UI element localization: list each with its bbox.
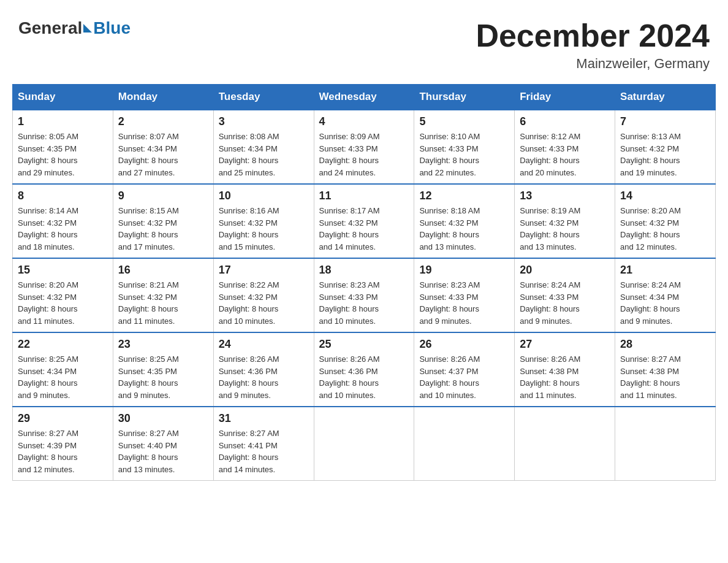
day-info: Sunrise: 8:16 AM Sunset: 4:32 PM Dayligh… — [219, 205, 309, 253]
day-number: 14 — [620, 190, 710, 202]
header-sunday: Sunday — [13, 85, 113, 110]
calendar-cell: 7 Sunrise: 8:13 AM Sunset: 4:32 PM Dayli… — [615, 110, 716, 184]
header-saturday: Saturday — [615, 85, 716, 110]
day-info: Sunrise: 8:22 AM Sunset: 4:32 PM Dayligh… — [219, 279, 309, 327]
day-number: 12 — [419, 190, 509, 202]
day-number: 19 — [419, 264, 509, 277]
day-number: 1 — [18, 115, 108, 128]
header-thursday: Thursday — [414, 85, 515, 110]
week-row-3: 15 Sunrise: 8:20 AM Sunset: 4:32 PM Dayl… — [13, 258, 716, 332]
calendar-cell: 1 Sunrise: 8:05 AM Sunset: 4:35 PM Dayli… — [13, 110, 113, 184]
day-number: 13 — [520, 190, 610, 202]
day-info: Sunrise: 8:08 AM Sunset: 4:34 PM Dayligh… — [219, 131, 309, 178]
calendar-cell: 23 Sunrise: 8:25 AM Sunset: 4:35 PM Dayl… — [113, 332, 213, 407]
day-number: 9 — [118, 190, 208, 202]
day-number: 26 — [419, 338, 509, 351]
day-number: 29 — [18, 412, 108, 425]
header-wednesday: Wednesday — [314, 85, 414, 110]
calendar-cell: 26 Sunrise: 8:26 AM Sunset: 4:37 PM Dayl… — [414, 332, 515, 407]
page-header: General Blue December 2024 Mainzweiler, … — [12, 12, 716, 72]
day-number: 25 — [319, 338, 409, 351]
day-number: 31 — [219, 412, 309, 425]
calendar-cell: 8 Sunrise: 8:14 AM Sunset: 4:32 PM Dayli… — [13, 184, 113, 258]
day-number: 11 — [319, 190, 409, 202]
day-info: Sunrise: 8:15 AM Sunset: 4:32 PM Dayligh… — [118, 205, 208, 253]
day-info: Sunrise: 8:23 AM Sunset: 4:33 PM Dayligh… — [419, 279, 509, 327]
day-number: 24 — [219, 338, 309, 351]
calendar-cell: 5 Sunrise: 8:10 AM Sunset: 4:33 PM Dayli… — [414, 110, 515, 184]
day-number: 6 — [520, 115, 610, 128]
calendar-cell — [314, 407, 414, 481]
day-info: Sunrise: 8:07 AM Sunset: 4:34 PM Dayligh… — [118, 131, 208, 178]
calendar-cell: 6 Sunrise: 8:12 AM Sunset: 4:33 PM Dayli… — [515, 110, 615, 184]
day-info: Sunrise: 8:14 AM Sunset: 4:32 PM Dayligh… — [18, 205, 108, 253]
day-number: 28 — [620, 338, 710, 351]
day-info: Sunrise: 8:10 AM Sunset: 4:33 PM Dayligh… — [419, 131, 509, 178]
calendar-cell: 21 Sunrise: 8:24 AM Sunset: 4:34 PM Dayl… — [615, 258, 716, 332]
day-info: Sunrise: 8:20 AM Sunset: 4:32 PM Dayligh… — [18, 279, 108, 327]
calendar-cell: 25 Sunrise: 8:26 AM Sunset: 4:36 PM Dayl… — [314, 332, 414, 407]
calendar-cell — [615, 407, 716, 481]
calendar-cell: 9 Sunrise: 8:15 AM Sunset: 4:32 PM Dayli… — [113, 184, 213, 258]
day-number: 8 — [18, 190, 108, 202]
day-number: 15 — [18, 264, 108, 277]
day-info: Sunrise: 8:26 AM Sunset: 4:38 PM Dayligh… — [520, 353, 610, 401]
calendar-cell: 16 Sunrise: 8:21 AM Sunset: 4:32 PM Dayl… — [113, 258, 213, 332]
calendar-cell: 30 Sunrise: 8:27 AM Sunset: 4:40 PM Dayl… — [113, 407, 213, 481]
day-info: Sunrise: 8:20 AM Sunset: 4:32 PM Dayligh… — [620, 205, 710, 253]
day-number: 30 — [118, 412, 208, 425]
day-info: Sunrise: 8:05 AM Sunset: 4:35 PM Dayligh… — [18, 131, 108, 178]
day-info: Sunrise: 8:09 AM Sunset: 4:33 PM Dayligh… — [319, 131, 409, 178]
day-info: Sunrise: 8:25 AM Sunset: 4:35 PM Dayligh… — [118, 353, 208, 401]
logo: General Blue — [18, 18, 131, 38]
calendar-cell: 24 Sunrise: 8:26 AM Sunset: 4:36 PM Dayl… — [213, 332, 314, 407]
day-number: 22 — [18, 338, 108, 351]
calendar-cell: 29 Sunrise: 8:27 AM Sunset: 4:39 PM Dayl… — [13, 407, 113, 481]
title-block: December 2024 Mainzweiler, Germany — [476, 18, 710, 72]
week-row-2: 8 Sunrise: 8:14 AM Sunset: 4:32 PM Dayli… — [13, 184, 716, 258]
header-monday: Monday — [113, 85, 213, 110]
calendar-cell: 13 Sunrise: 8:19 AM Sunset: 4:32 PM Dayl… — [515, 184, 615, 258]
logo-triangle-icon — [83, 24, 92, 33]
calendar-cell: 12 Sunrise: 8:18 AM Sunset: 4:32 PM Dayl… — [414, 184, 515, 258]
calendar-cell: 22 Sunrise: 8:25 AM Sunset: 4:34 PM Dayl… — [13, 332, 113, 407]
day-info: Sunrise: 8:27 AM Sunset: 4:40 PM Dayligh… — [118, 427, 208, 475]
day-info: Sunrise: 8:26 AM Sunset: 4:36 PM Dayligh… — [219, 353, 309, 401]
header-friday: Friday — [515, 85, 615, 110]
day-info: Sunrise: 8:24 AM Sunset: 4:34 PM Dayligh… — [620, 279, 710, 327]
calendar-header-row: SundayMondayTuesdayWednesdayThursdayFrid… — [13, 85, 716, 110]
day-number: 27 — [520, 338, 610, 351]
calendar-cell: 14 Sunrise: 8:20 AM Sunset: 4:32 PM Dayl… — [615, 184, 716, 258]
calendar-cell: 31 Sunrise: 8:27 AM Sunset: 4:41 PM Dayl… — [213, 407, 314, 481]
day-info: Sunrise: 8:23 AM Sunset: 4:33 PM Dayligh… — [319, 279, 409, 327]
calendar-cell: 4 Sunrise: 8:09 AM Sunset: 4:33 PM Dayli… — [314, 110, 414, 184]
day-number: 4 — [319, 115, 409, 128]
calendar-cell: 17 Sunrise: 8:22 AM Sunset: 4:32 PM Dayl… — [213, 258, 314, 332]
day-number: 20 — [520, 264, 610, 277]
logo-blue-text: Blue — [93, 18, 131, 38]
calendar-table: SundayMondayTuesdayWednesdayThursdayFrid… — [12, 84, 716, 481]
calendar-cell: 20 Sunrise: 8:24 AM Sunset: 4:33 PM Dayl… — [515, 258, 615, 332]
day-number: 21 — [620, 264, 710, 277]
day-info: Sunrise: 8:12 AM Sunset: 4:33 PM Dayligh… — [520, 131, 610, 178]
day-number: 10 — [219, 190, 309, 202]
day-info: Sunrise: 8:17 AM Sunset: 4:32 PM Dayligh… — [319, 205, 409, 253]
day-info: Sunrise: 8:25 AM Sunset: 4:34 PM Dayligh… — [18, 353, 108, 401]
day-number: 2 — [118, 115, 208, 128]
header-tuesday: Tuesday — [213, 85, 314, 110]
calendar-cell — [414, 407, 515, 481]
calendar-cell: 2 Sunrise: 8:07 AM Sunset: 4:34 PM Dayli… — [113, 110, 213, 184]
day-number: 3 — [219, 115, 309, 128]
day-info: Sunrise: 8:27 AM Sunset: 4:39 PM Dayligh… — [18, 427, 108, 475]
calendar-cell — [515, 407, 615, 481]
month-title: December 2024 — [476, 18, 710, 53]
day-info: Sunrise: 8:19 AM Sunset: 4:32 PM Dayligh… — [520, 205, 610, 253]
calendar-cell: 3 Sunrise: 8:08 AM Sunset: 4:34 PM Dayli… — [213, 110, 314, 184]
day-info: Sunrise: 8:27 AM Sunset: 4:41 PM Dayligh… — [219, 427, 309, 475]
day-number: 5 — [419, 115, 509, 128]
logo-general-text: General — [18, 18, 82, 38]
day-info: Sunrise: 8:13 AM Sunset: 4:32 PM Dayligh… — [620, 131, 710, 178]
day-number: 16 — [118, 264, 208, 277]
week-row-1: 1 Sunrise: 8:05 AM Sunset: 4:35 PM Dayli… — [13, 110, 716, 184]
day-info: Sunrise: 8:24 AM Sunset: 4:33 PM Dayligh… — [520, 279, 610, 327]
